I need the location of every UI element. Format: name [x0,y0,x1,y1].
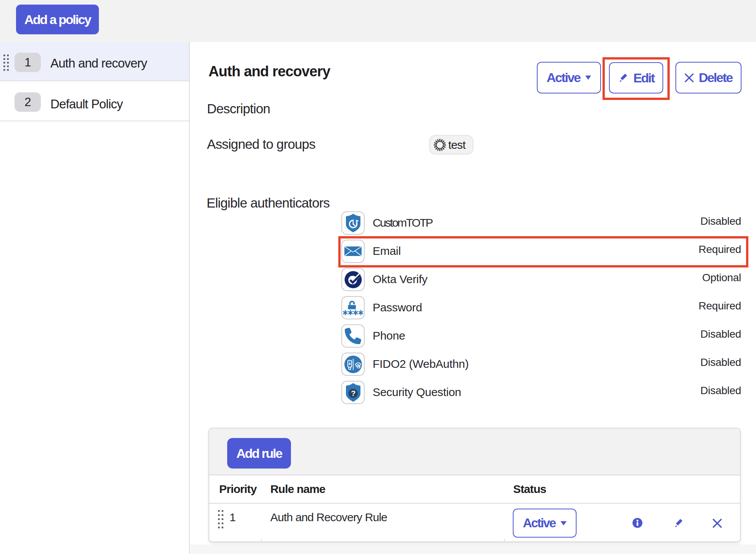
svg-text:?: ? [351,389,355,398]
